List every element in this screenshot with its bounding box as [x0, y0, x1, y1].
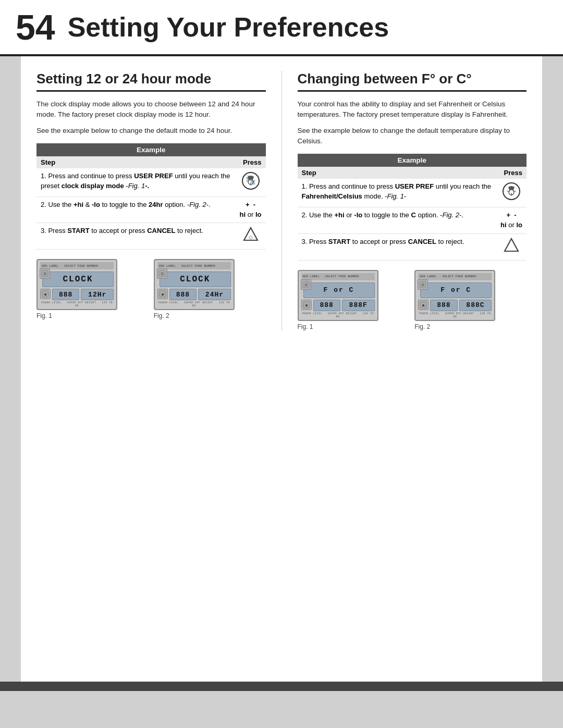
left-step-2-press: + -hi or lo [236, 196, 266, 223]
left-col-step: Step [36, 156, 236, 168]
right-fig1-icon: ☰ [301, 279, 311, 290]
left-fig1-display: ADD LABEL SELECT FOOD NUMBER ☰ CLOCK [36, 259, 117, 310]
right-fig2-top-strip: ADD LABEL SELECT FOOD NUMBER [418, 273, 492, 280]
left-fig1-label: Fig. 1 [36, 312, 52, 319]
left-step-3-press: ◇ [236, 223, 266, 250]
left-figures-row: ADD LABEL SELECT FOOD NUMBER ☰ CLOCK [36, 259, 266, 319]
left-col: Setting 12 or 24 hour mode The clock dis… [36, 71, 266, 330]
right-step-1-text: 1. Press and continue to press USER PREF… [298, 179, 497, 207]
svg-point-13 [503, 183, 520, 200]
right-start-cancel-icon [503, 237, 520, 254]
right-fig1-bottom-row: ● 888 888F [301, 300, 375, 311]
left-fig2-top-strip: ADD LABEL SELECT FOOD NUMBER [157, 262, 231, 269]
right-figures-row: ADD LABEL SELECT FOOD NUMBER ☰ F or C [298, 270, 527, 330]
right-col-step: Step [298, 167, 497, 179]
page-title: Setting Your Preferences [68, 14, 389, 41]
left-fig1-icon: ☰ [40, 268, 50, 279]
right-fig1-bottom-text: 888 [320, 301, 334, 309]
left-fig2-main-text: CLOCK [180, 275, 210, 284]
right-fig2-label: Fig. 2 [414, 323, 430, 330]
right-fig1-temp-seg: 888F [342, 300, 375, 311]
left-section-heading: Setting 12 or 24 hour mode [36, 71, 266, 92]
svg-marker-15 [505, 239, 518, 251]
column-divider [282, 71, 282, 330]
left-fig2-main-display: CLOCK [160, 272, 231, 287]
left-fig2-time-seg: 24Hr [198, 289, 231, 300]
right-fig1-temp-text: 888F [349, 301, 368, 309]
right-col-press: Press [496, 167, 527, 179]
left-fig1-bottom-icon: ● [40, 289, 51, 299]
right-fig2-main-text: F or C [440, 286, 471, 294]
left-step-1-text: 1. Press and continue to press USER PREF… [36, 168, 236, 196]
two-col-layout: Setting 12 or 24 hour mode The clock dis… [36, 71, 527, 330]
start-cancel-icon: ◇ [242, 226, 259, 243]
left-step-3-text: 3. Press START to accept or press CANCEL… [36, 223, 236, 250]
right-fig1-display: ADD LABEL SELECT FOOD NUMBER ☰ F or C [298, 270, 378, 321]
left-fig1-time-text: 12Hr [88, 291, 106, 299]
left-step-2-text: 2. Use the +hi & -lo to toggle to the 24… [36, 196, 236, 223]
left-fig2-display: ADD LABEL SELECT FOOD NUMBER ☰ CLOCK [154, 259, 235, 310]
right-section-heading: Changing between F° or C° [298, 71, 527, 92]
right-fig2-temp-text: 888C [466, 301, 484, 309]
right-fig1-container: ADD LABEL SELECT FOOD NUMBER ☰ F or C [298, 270, 410, 330]
right-step-3-text: 3. Press START to accept or press CANCEL… [298, 233, 497, 260]
svg-text:☰: ☰ [43, 272, 46, 276]
right-table-header: Example [298, 154, 527, 167]
right-fig2-display: ADD LABEL SELECT FOOD NUMBER ☰ F or C [414, 270, 495, 321]
right-subheader: Step Press [298, 167, 527, 179]
left-fig1-main-display: CLOCK [42, 272, 114, 287]
left-fig1-top-strip: ADD LABEL SELECT FOOD NUMBER [40, 262, 114, 269]
left-fig1-bottom-row: ● 888 12Hr [40, 289, 114, 300]
left-fig2-time-text: 24Hr [205, 291, 224, 299]
right-user-pref-icon [502, 182, 521, 201]
right-example-label: Example [298, 154, 527, 167]
right-fig1-label: Fig. 1 [298, 323, 313, 330]
right-step-1: 1. Press and continue to press USER PREF… [298, 179, 527, 207]
right-col: Changing between F° or C° Your control h… [298, 71, 527, 330]
left-step-1-num: 1. Press and continue to press USER PREF… [41, 172, 230, 190]
svg-text:☰: ☰ [304, 283, 308, 287]
left-step-1-press: 🔧 [236, 168, 266, 196]
right-fig2-bottom-row: ● 888 888C [418, 300, 492, 311]
left-fig2-bottom-row: ● 888 24Hr [157, 289, 231, 300]
left-fig1-main-text: CLOCK [63, 275, 93, 284]
right-fig2-temp-seg: 888C [459, 300, 492, 311]
left-subheader: Step Press [36, 156, 266, 168]
left-fig2-container: ADD LABEL SELECT FOOD NUMBER ☰ CLOCK [154, 259, 266, 319]
left-table-header: Example [36, 143, 266, 156]
right-para2: See the example below to change the defa… [298, 126, 527, 147]
right-step-3: 3. Press START to accept or press CANCEL… [298, 233, 527, 260]
left-fig2-label: Fig. 2 [154, 312, 169, 319]
left-col-press: Press [236, 156, 266, 168]
plus-minus-icon: + -hi or lo [240, 200, 262, 220]
left-fig2-bottom-icon: ● [157, 289, 168, 299]
page-number: 54 [16, 9, 55, 45]
left-step-3: 3. Press START to accept or press CANCEL… [36, 223, 266, 250]
right-step-2-text: 2. Use the +hi or -lo to toggle to the C… [298, 207, 497, 234]
right-fig2-container: ADD LABEL SELECT FOOD NUMBER ☰ F or C [414, 270, 527, 330]
right-step-3-press [496, 233, 527, 260]
left-fig2-icon: ☰ [157, 268, 167, 279]
left-para1: The clock display mode allows you to cho… [36, 99, 266, 120]
right-plus-minus-icon: + -hi or lo [500, 211, 522, 230]
svg-text:☰: ☰ [421, 283, 424, 287]
left-step-2: 2. Use the +hi & -lo to toggle to the 24… [36, 196, 266, 223]
right-fig2-bottom-text: 888 [437, 301, 450, 309]
bottom-bar [0, 682, 563, 691]
left-fig2-bottom-text: 888 [176, 291, 190, 299]
right-para1: Your control has the ability to display … [298, 99, 527, 120]
right-fig1-main-display: F or C [303, 282, 375, 298]
content-area: Setting 12 or 24 hour mode The clock dis… [21, 56, 542, 682]
right-example-table: Example Step Press 1. Press and continue… [298, 154, 527, 260]
right-fig2-main-display: F or C [420, 282, 492, 298]
right-fig2-bottom-seg: 888 [430, 300, 457, 311]
right-fig2-icon: ☰ [418, 279, 428, 290]
left-step-1: 1. Press and continue to press USER PREF… [36, 168, 266, 196]
right-fig1-bottom-icon: ● [301, 300, 312, 310]
left-fig1-container: ADD LABEL SELECT FOOD NUMBER ☰ CLOCK [36, 259, 149, 319]
left-fig1-bottom-text: 888 [59, 291, 72, 299]
right-fig1-bottom-seg: 888 [313, 300, 340, 311]
left-para2: See the example below to change the defa… [36, 126, 266, 136]
left-fig1-time-seg: 12Hr [81, 289, 114, 300]
right-fig1-main-text: F or C [324, 286, 354, 294]
